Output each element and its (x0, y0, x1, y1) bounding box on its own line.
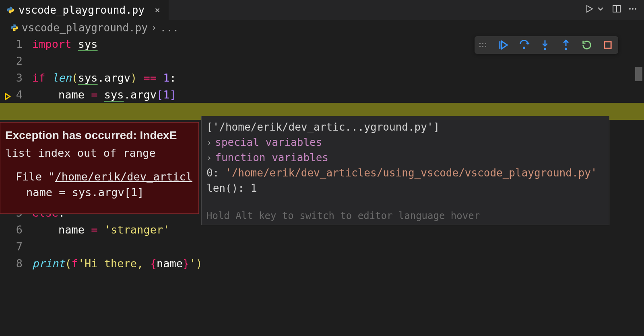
minimap-slider[interactable] (635, 67, 642, 81)
line-number: 2 (6, 55, 32, 67)
exception-message: list index out of range (5, 147, 194, 159)
tab-title: vscode_playground.py (19, 4, 144, 16)
current-frame-icon (4, 91, 11, 98)
chevron-down-icon[interactable] (596, 4, 605, 14)
line-number: 6 (6, 223, 32, 236)
editor-actions (584, 4, 638, 14)
run-icon[interactable] (584, 4, 594, 14)
line-number: 8 (6, 257, 32, 270)
exception-trace-file: File "/home/erik/dev_articl (16, 170, 194, 183)
svg-point-3 (632, 8, 634, 10)
file-tab[interactable]: vscode_playground.py × (0, 0, 169, 20)
code-text: name = 'stranger' (32, 223, 169, 236)
split-editor-icon[interactable] (612, 4, 621, 14)
tab-bar: vscode_playground.py × (0, 0, 644, 20)
breadcrumb-ellipsis: ... (160, 22, 179, 34)
breadcrumb-filename: vscode_playground.py (22, 22, 148, 34)
svg-point-4 (635, 8, 636, 10)
line-number: 1 (6, 38, 32, 50)
chevron-right-icon: › (151, 22, 157, 33)
breadcrumb[interactable]: vscode_playground.py › ... (0, 20, 644, 35)
hover-value: ['/home/erik/dev_artic...yground.py'] (206, 119, 604, 135)
exception-panel: Exception has occurred: IndexE list inde… (0, 122, 199, 214)
close-icon[interactable]: × (153, 5, 162, 15)
code-text: print(f'Hi there, {name}') (32, 257, 202, 270)
chevron-right-icon: › (206, 137, 212, 148)
debug-hover-panel: ['/home/erik/dev_artic...yground.py'] › … (201, 116, 609, 225)
line-number: 3 (6, 72, 32, 84)
code-text: if len(sys.argv) == 1: (32, 72, 176, 84)
hover-expand-function[interactable]: › function variables (206, 150, 604, 165)
hover-expand-special[interactable]: › special variables (206, 135, 604, 150)
exception-title: Exception has occurred: IndexE (5, 129, 194, 142)
line-number: 7 (6, 240, 32, 253)
exception-trace-line: name = sys.argv[1] (26, 186, 194, 199)
code-text: name = sys.argv[1] (32, 88, 176, 101)
python-file-icon (6, 6, 14, 14)
svg-point-2 (629, 8, 631, 10)
hover-len: len(): 1 (206, 180, 604, 196)
hover-footer-hint: Hold Alt key to switch to editor languag… (206, 210, 604, 221)
python-file-icon (10, 24, 19, 32)
code-text: import sys (32, 38, 98, 50)
hover-index-0: 0: '/home/erik/dev_articles/using_vscode… (206, 165, 604, 180)
more-icon[interactable] (628, 4, 638, 14)
chevron-right-icon: › (206, 153, 212, 163)
